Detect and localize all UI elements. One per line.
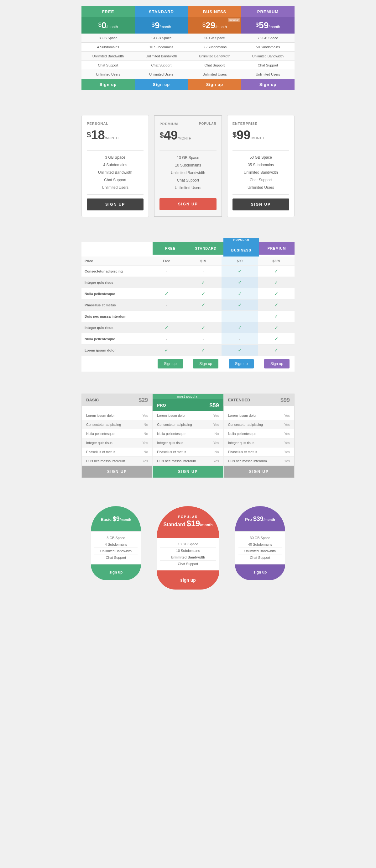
cell-standard: - bbox=[185, 266, 221, 277]
feature-users: Unlimited Users bbox=[241, 70, 295, 79]
feature-subdomains: 10 Subdomains bbox=[160, 161, 216, 169]
cell-pro-nulla: Nulla pellentesqueNo bbox=[152, 429, 224, 438]
cell-val: Yes bbox=[213, 459, 219, 463]
plan-standard: STANDARD $9/month 13 GB Space 10 Subdoma… bbox=[135, 6, 188, 90]
plan-business-signup[interactable]: Sign up bbox=[188, 79, 241, 90]
price-amount: 9 bbox=[155, 20, 160, 30]
dash-icon: - bbox=[166, 281, 167, 284]
cell-val: No bbox=[143, 423, 148, 427]
plan5-pro-name: Pro $39/month bbox=[245, 515, 275, 522]
cell-free: - bbox=[148, 277, 185, 288]
cell-premium: ✓ bbox=[258, 277, 295, 288]
cell-val: Yes bbox=[284, 423, 290, 427]
table-row: Phasellus et metus - ✓ ✓ ✓ bbox=[81, 300, 295, 311]
plan4-basic-name: BASIC bbox=[86, 398, 99, 402]
feature-chat: Chat Support bbox=[81, 61, 135, 70]
cell-premium: ✓ bbox=[258, 288, 295, 299]
check-icon: ✓ bbox=[238, 268, 242, 274]
price-amount: 59 bbox=[259, 20, 269, 30]
card-enterprise-signup[interactable]: SIGN UP bbox=[233, 198, 289, 210]
signup-button-business[interactable]: Sign up bbox=[229, 359, 254, 368]
cell-val: Yes bbox=[213, 414, 219, 417]
feature-space: 3 GB Space bbox=[81, 34, 135, 43]
plan-free: FREE $0/month 3 GB Space 4 Subdomains Un… bbox=[81, 6, 135, 90]
card-personal-signup[interactable]: SIGN UP bbox=[87, 198, 143, 210]
feature-bandwidth: Unlimited Bandwidth bbox=[160, 554, 216, 561]
row-label: Lorem ipsum dolor bbox=[81, 345, 148, 355]
cell-pro-integer: Integer quis risusYes bbox=[152, 438, 224, 447]
feature-bandwidth: Unlimited Bandwidth bbox=[241, 52, 295, 61]
signup-button-premium[interactable]: Sign up bbox=[264, 359, 289, 368]
check-icon: ✓ bbox=[274, 291, 278, 297]
row-label-price: Price bbox=[81, 256, 148, 265]
cell-free: - bbox=[148, 311, 185, 322]
row-label: Nulla pellentesque bbox=[81, 288, 148, 299]
plan5-standard-signup[interactable]: sign up bbox=[157, 571, 219, 590]
price-period: /MONTH bbox=[105, 136, 118, 140]
price-period: /MONTH bbox=[251, 136, 264, 140]
table-row: Integer quis risus ✓ ✓ ✓ ✓ bbox=[81, 322, 295, 333]
cell-basic-consectetur: Consectetur adipiscingNo bbox=[82, 420, 152, 429]
cell-standard: ✓ bbox=[185, 288, 221, 299]
table-row: Consectetur adipiscingNo Consectetur adi… bbox=[82, 420, 294, 429]
signup-button-extended[interactable]: SIGN UP bbox=[224, 466, 294, 477]
popular-tag: popular bbox=[228, 18, 240, 22]
dash-icon: - bbox=[166, 314, 167, 318]
signup-button-free[interactable]: Sign up bbox=[158, 359, 183, 368]
table-row: Nulla pellentesqueNo Nulla pellentesqueN… bbox=[82, 429, 294, 438]
table-row: Lorem ipsum dolor ✓ ✓ ✓ ✓ bbox=[81, 345, 295, 356]
price-symbol: $ bbox=[87, 130, 91, 139]
plan4-basic-price: $29 bbox=[138, 397, 148, 404]
price-symbol: $ bbox=[152, 22, 155, 28]
card-premium2-signup[interactable]: SIGN UP bbox=[160, 198, 216, 210]
feature-subdomains: 4 Subdomains bbox=[87, 161, 143, 169]
cell-ext-integer: Integer quis risusYes bbox=[224, 438, 294, 447]
plan-header-free: FREE bbox=[152, 242, 188, 255]
price-symbol: $ bbox=[160, 131, 164, 139]
dash-icon: - bbox=[239, 337, 240, 341]
signup-button-pro[interactable]: SIGN UP bbox=[152, 466, 224, 477]
price-standard: $19 bbox=[185, 256, 221, 265]
signup-button-basic[interactable]: SIGN UP bbox=[82, 466, 152, 477]
plan-business: BUSINESS popular $29/month 50 GB Space 3… bbox=[188, 6, 241, 90]
card-personal: PERSONAL $18/MONTH 3 GB Space 4 Subdomai… bbox=[81, 115, 149, 217]
card-enterprise-price-row: $99/MONTH bbox=[233, 128, 289, 142]
check-icon: ✓ bbox=[165, 347, 169, 353]
popular-tag: POPULAR bbox=[224, 238, 259, 242]
cell-val: Yes bbox=[284, 450, 290, 454]
plan5-basic-signup[interactable]: sign up bbox=[91, 564, 141, 580]
signup-standard: Sign up bbox=[188, 359, 224, 368]
header-label-col bbox=[81, 242, 152, 256]
signup-button-standard[interactable]: Sign up bbox=[193, 359, 218, 368]
plan-premium-signup[interactable]: Sign up bbox=[241, 79, 295, 90]
cell-basic-lorem: Lorem ipsum dolorYes bbox=[82, 411, 152, 420]
plan-standard-signup[interactable]: Sign up bbox=[135, 79, 188, 90]
plan-premium-price: $59/month bbox=[241, 17, 295, 34]
dash-icon: - bbox=[203, 314, 204, 318]
cell-val: Yes bbox=[142, 441, 148, 445]
feature-bandwidth: Unlimited Bandwidth bbox=[87, 169, 143, 176]
pricing-table-3: FREE STANDARD POPULAR BUSINESS PREMIUM P… bbox=[81, 242, 295, 372]
price-premium: $229 bbox=[258, 256, 295, 265]
pricing-table-4: BASIC $29 most popular PRO $59 EXTENDED … bbox=[81, 394, 295, 478]
plan-free-signup[interactable]: Sign up bbox=[81, 79, 135, 90]
dash-icon: - bbox=[203, 337, 204, 341]
price-period: /MONTH bbox=[178, 136, 191, 140]
most-popular-label: most popular bbox=[152, 394, 223, 399]
check-icon: ✓ bbox=[238, 324, 242, 331]
cell-pro-lorem: Lorem ipsum dolorYes bbox=[152, 411, 224, 420]
price-period: /month bbox=[269, 25, 280, 29]
feature-bandwidth: Unlimited Bandwidth bbox=[94, 548, 138, 554]
feature-bandwidth: Unlimited Bandwidth bbox=[233, 169, 289, 176]
check-icon: ✓ bbox=[165, 324, 169, 331]
plan4-pro: most popular PRO $59 bbox=[152, 394, 224, 411]
divider bbox=[233, 194, 289, 195]
cell-basic-nulla: Nulla pellentesqueNo bbox=[82, 429, 152, 438]
feature-subdomains: 35 Subdomains bbox=[233, 161, 289, 169]
table-header-row: FREE STANDARD POPULAR BUSINESS PREMIUM bbox=[81, 242, 295, 256]
feature-space: 3 GB Space bbox=[87, 154, 143, 161]
feature-space: 13 GB Space bbox=[160, 154, 216, 161]
header-business: POPULAR BUSINESS bbox=[224, 242, 259, 256]
plan4-extended-price: $99 bbox=[280, 397, 290, 404]
plan5-pro-signup[interactable]: sign up bbox=[235, 564, 285, 580]
